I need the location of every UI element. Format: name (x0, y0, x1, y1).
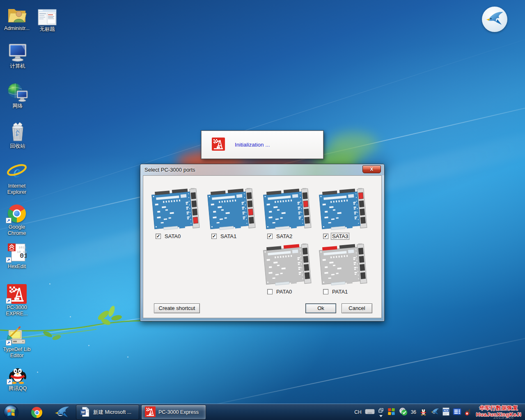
port-card-sata3: ✓SATA3 (319, 188, 371, 239)
pc3000-logo-icon (212, 138, 225, 152)
thunderbird-tray-icon[interactable] (431, 408, 439, 417)
taskbar-button-label: 新建 Microsoft ... (93, 409, 131, 416)
port-card-sata2: ✓SATA2 (263, 188, 315, 239)
wallpaper-sparkle (37, 372, 38, 373)
svg-text:01: 01 (20, 252, 27, 260)
pata1-label: PATA1 (331, 289, 348, 295)
restore-window-icon (378, 407, 384, 415)
pc3000-icon (1, 282, 33, 304)
sata1-label: SATA1 (220, 233, 237, 239)
pata1-checkbox[interactable] (323, 289, 328, 294)
ie-icon: e (1, 161, 33, 182)
wallpaper-sparkle (49, 283, 50, 285)
chevron-down-icon (379, 415, 383, 417)
chrome-taskbar-icon[interactable] (31, 407, 42, 418)
sata3-checkbox[interactable]: ✓ (323, 234, 328, 239)
thunderbird-logo[interactable] (482, 7, 507, 32)
desktop-icon-internet-explorer[interactable]: eInternet Explorer (1, 161, 33, 195)
desktop-icon-label: TypeDef Lib Editor (1, 347, 33, 359)
svg-text:1011: 1011 (18, 246, 26, 249)
language-bar-restore[interactable] (378, 407, 384, 417)
shortcut-arrow-icon (6, 218, 11, 223)
desktop-icon-google-chrome[interactable]: Google Chrome (1, 202, 33, 236)
language-indicator[interactable]: CH (354, 409, 361, 415)
desktop-icon-typedef-lib-editor[interactable]: TypeDef Lib Editor (1, 324, 33, 359)
sata2-label: SATA2 (275, 233, 293, 239)
shortcut-arrow-icon (7, 379, 12, 385)
desktop-icon-label: HexEdit (1, 264, 33, 270)
desktop-icon-tencent-qq[interactable]: 腾讯QQ (2, 363, 34, 392)
desktop-icon-label: 网络 (2, 103, 34, 109)
media-playlist-icon[interactable] (453, 407, 461, 418)
dialog-title: Select PC-3000 ports (144, 167, 195, 173)
desktop-icon-administrator[interactable]: Administr... (1, 3, 33, 32)
wallpaper-sparkle (70, 316, 71, 317)
desktop-icon-network[interactable]: 网络 (2, 81, 34, 109)
office-tray-icon[interactable] (387, 407, 396, 418)
thunderbird-taskbar-icon[interactable] (54, 405, 70, 420)
pata0-label: PATA0 (275, 289, 293, 295)
port-card-pata0: PATA0 (263, 243, 315, 295)
close-icon[interactable]: X (362, 165, 381, 173)
pata0-checkbox[interactable] (267, 289, 273, 294)
wallpaper-color-blob (328, 132, 378, 156)
shortcut-arrow-icon (6, 340, 11, 346)
ace-document-icon[interactable]: ACE (442, 407, 449, 418)
network-icon (2, 81, 34, 102)
qq-tray-icon[interactable] (420, 407, 427, 418)
hexedit-icon: 101110 1001 (1, 241, 33, 263)
wallpaper-streak (177, 331, 525, 413)
desktop-icon-label: Google Chrome (1, 224, 33, 236)
create-shortcut-button[interactable]: Create shortcut (154, 303, 200, 313)
initialization-dialog: Initialization ... (201, 131, 323, 159)
desktop-icon-label: 计算机 (2, 63, 34, 69)
port-card-sata0: ✓SATA0 (151, 188, 203, 239)
taskbar-button-pc3000-express[interactable]: PC-3000 Express (141, 405, 206, 420)
taskbar-button-word-doc[interactable]: W新建 Microsoft ... (76, 405, 139, 420)
temperature-badge: 36 (411, 409, 416, 415)
keyboard-icon[interactable] (365, 408, 375, 417)
desktop-icon-label: 无标题 (31, 26, 63, 32)
tray-date: 2013/1/26 (493, 415, 514, 420)
qq-icon (2, 363, 34, 385)
computer-icon (2, 41, 34, 62)
desktop-icon-label: PC-3000 EXPRE... (1, 305, 33, 317)
sata3-label: SATA3 (331, 233, 349, 239)
desktop-icon-label: Administr... (1, 25, 33, 32)
desktop-icon-untitled[interactable]: 无标题 (31, 4, 63, 32)
taskbar-button-label: PC-3000 Express (158, 409, 199, 415)
pc3000-icon (145, 406, 156, 418)
desktop-icon-pc3000-express[interactable]: PC-3000 EXPRE... (1, 282, 33, 317)
shortcut-arrow-icon (6, 257, 11, 263)
app-window-icon (31, 4, 63, 25)
wallpaper-sparkle (127, 356, 128, 358)
desktop-icon-label: 回收站 (2, 143, 34, 149)
desktop-icon-computer[interactable]: 计算机 (2, 41, 34, 69)
ok-button[interactable]: Ok (305, 303, 336, 313)
chrome-icon (1, 202, 33, 223)
desktop: Administr...无标题计算机网络回收站eInternet Explore… (0, 0, 525, 420)
start-button[interactable] (3, 404, 19, 420)
svg-text:W: W (81, 410, 85, 414)
recycle-bin-icon (2, 121, 34, 142)
update-check-icon[interactable] (399, 407, 408, 418)
sata1-checkbox[interactable]: ✓ (211, 234, 217, 239)
typedef-icon (1, 324, 33, 346)
initialization-message: Initialization ... (235, 142, 270, 148)
dialog-titlebar[interactable]: Select PC-3000 ports X (140, 164, 384, 175)
thunderbird-bird-icon (485, 10, 504, 29)
desktop-icon-label: Internet Explorer (1, 183, 33, 195)
desktop-icon-label: 腾讯QQ (2, 386, 34, 392)
sata0-checkbox[interactable]: ✓ (156, 234, 161, 239)
desktop-icon-hexedit[interactable]: 101110 1001HexEdit (1, 241, 33, 270)
port-card-pata1: PATA1 (319, 243, 371, 295)
volume-muted-icon[interactable] (465, 407, 473, 418)
cancel-button[interactable]: Cancel (342, 303, 372, 313)
sata2-checkbox[interactable]: ✓ (267, 234, 273, 239)
desktop-icon-recycle-bin[interactable]: 回收站 (2, 121, 34, 149)
word-icon: W (80, 406, 90, 418)
sata0-label: SATA0 (164, 233, 181, 239)
taskbar: W新建 Microsoft ...PC-3000 Express CH 36 A… (0, 404, 525, 420)
dialog-client-area: ✓SATA0✓SATA1✓SATA2✓SATA3PATA0PATA1 Creat… (143, 175, 382, 318)
user-folder-icon (1, 3, 33, 25)
